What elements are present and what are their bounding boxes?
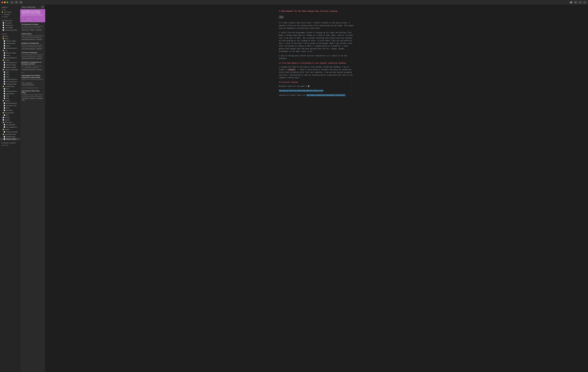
sidebar-label-outside-articles-2: Outside Article Exposés [6, 90, 19, 92]
sidebar-item-outside-articles[interactable]: 📄 Outside Article Exposes [0, 78, 20, 80]
audio-button[interactable]: 🔊 [574, 1, 578, 4]
sidebar-item-tiffany-blog-group[interactable]: 📁 Tiffany R. White Blog [0, 69, 20, 71]
add-folder-button[interactable]: Add Folder... [0, 144, 20, 147]
search-button[interactable]: 🔍 [15, 1, 18, 4]
sidebar-item-publish[interactable]: 📁 Publish [0, 59, 20, 61]
sidebar-toggle-button[interactable]: ⊟ [10, 1, 14, 4]
editor-img-line: IMG 2 [279, 15, 355, 20]
note-item-6[interactable]: Newsletter: The Importance of Knowing Yo… [20, 60, 45, 72]
note-title-3: Critical Linking [21, 33, 44, 35]
compose-button[interactable]: ✏️ [19, 1, 23, 4]
sidebar-item-2016-1[interactable]: 📄 2016 [0, 76, 20, 78]
sidebar-item-book-notes[interactable]: 📁 Book Notes [0, 121, 20, 123]
minimize-button[interactable] [4, 1, 6, 3]
tag-2016-8: 2016 [21, 100, 25, 101]
tag-mailchimp-4: mailchimp [36, 48, 42, 50]
sidebar-item-all[interactable]: ☰ All [0, 9, 20, 11]
sidebar-item-inbox[interactable]: 📥 Inbox [0, 35, 20, 37]
sidebar-item-that-mac-nerd-nd[interactable]: 📄 That Mac Nerd [0, 135, 20, 138]
fullscreen-button[interactable] [7, 1, 8, 3]
sidebar-item-fcc-2[interactable]: 📄 freeCodeCamp Publica... [0, 57, 20, 59]
sidebar-item-scripts[interactable]: 📁 Scripts [0, 128, 20, 131]
sidebar-item-first-steps[interactable]: 📄 First Steps [0, 22, 20, 24]
sidebar-item-you-branding[interactable]: 📄 YOU Branding [0, 123, 20, 126]
sidebar-item-fcc-med[interactable]: 📄 freeCodeCamp Publica... [0, 102, 20, 104]
sidebar-item-quotes[interactable]: 📄 Quotes [0, 119, 20, 121]
line-num-h2from: 6 [351, 62, 352, 64]
sidebar-item-2017-2[interactable]: 📄 2017 [0, 88, 20, 90]
note-tags-6: code newbie in pittsburgh mailchimp [21, 69, 44, 70]
sidebar-item-edit[interactable]: 📁 Edit [0, 49, 20, 52]
editor[interactable]: # Code Newbie? On The Name Change Plus C… [45, 5, 588, 372]
note-item-4[interactable]: Reading. It's Fundamental. (img) How man… [20, 41, 45, 51]
sidebar-item-newsletter-drafts[interactable]: 📁 Newsletter Drafts [0, 133, 20, 135]
outside-articles-icon: 📄 [3, 78, 5, 80]
sidebar-item-outside-articles-2[interactable]: 📄 Outside Article Exposés [0, 90, 20, 92]
sidebar-item-fcc-1[interactable]: 📄 freeCodeCamp Publica... [0, 47, 20, 49]
editor-h2-from: ## From Code Newbie in Pittsburgh to Jus… [279, 62, 346, 64]
sidebar-item-medium[interactable]: 📁 Medium [0, 100, 20, 102]
sidebar-label-2015-1: 2015 [6, 74, 9, 75]
sidebar-item-archive[interactable]: 📄 Archive [0, 116, 20, 119]
newbie-code: *newbie* [287, 69, 296, 71]
sidebar-item-dev-to-1[interactable]: 📄 Dev.to [0, 45, 20, 47]
sidebar-item-complete-software[interactable]: 📄 The Complete Softwar... [0, 126, 20, 128]
sidebar-item-2016-2[interactable]: 📄 2016 [0, 95, 20, 97]
sidebar-item-trash[interactable]: 🗑 Trash [0, 16, 20, 18]
sidebar-item-tiffany-blog-2[interactable]: 📄 Tiffany R. White Blog [0, 52, 20, 54]
sidebar-item-that-mac-nerd-1[interactable]: 📄 That Mac Nerd [0, 42, 20, 45]
sidebar-item-2015-1[interactable]: 📄 2015 [0, 73, 20, 76]
note-item-2[interactable]: The Importance of Breaks This letter is … [20, 22, 45, 32]
close-button[interactable] [1, 1, 3, 3]
sidebar-item-finer-details[interactable]: 📄 Finer Details [0, 26, 20, 29]
sidebar-item-that-mac-nerd-pub[interactable]: 📄 Tiffany R. White Blog [0, 64, 20, 66]
note-preview-1: (img) It's been a while! Busy with class… [21, 14, 44, 17]
share-button[interactable]: 📋 [569, 1, 573, 4]
note-item-7[interactable]: Code Newbie? On The Name Change Plus Cri… [20, 74, 45, 87]
sidebar-item-2017-3[interactable]: 📄 2017 [0, 114, 20, 116]
sidebar-item-dev-to-2[interactable]: 📄 Dev.to [0, 54, 20, 57]
sidebar-item-app-reviews[interactable]: 📄 App Reviews [0, 92, 20, 95]
editor-paragraph-3: I plan on having more content and more n… [279, 55, 355, 60]
emoji-placeholder: ⊞ █ [306, 85, 309, 87]
sidebar-item-favorites[interactable]: ★ Favorites [0, 13, 20, 16]
sidebar-item-2016-3[interactable]: 📄 2016 [0, 107, 20, 109]
sidebar-item-dev-to-articles[interactable]: 📁 Dev.to Articles [0, 111, 20, 114]
sidebar-item-that-mac-nerd-group[interactable]: 📁 That Mac Nerd [0, 85, 20, 88]
editor-p2: I suffer from the programmer cliche of s… [279, 31, 355, 53]
sidebar-item-non-fiction[interactable]: 📄 Non-fiction [0, 109, 20, 111]
sidebar-item-ideas[interactable]: 📁 Ideas [0, 37, 20, 40]
sidebar-label-free-code-posts: Free Code Camp Posts [6, 81, 19, 82]
treehouse-posts-icon: 📄 [3, 83, 5, 85]
note-list-compose-button[interactable]: ✏ [41, 6, 44, 9]
sidebar-item-last7[interactable]: ⭐ Last 7 Days [0, 11, 20, 13]
sidebar-item-treehouse-posts[interactable]: 📄 Treehouse Posts [0, 83, 20, 85]
note-item-5[interactable]: The Power of Saying No As a new develope… [20, 51, 45, 60]
note-item-1[interactable]: Code Newbie? On The Name Change Plus Cri… [20, 9, 45, 22]
edit-mode-button[interactable]: ✏ [583, 1, 587, 4]
line-num-link2: 11 [350, 94, 352, 96]
note-preview-8: Hi, FNAME. It's been a while! I've been … [21, 94, 44, 97]
note-tags-7: 2017 newsletters just another javascript… [21, 82, 44, 86]
sidebar-item-fcc-pub[interactable]: 📄 freeCodeCamp Publica... [0, 61, 20, 64]
sidebar-item-markdown-xl[interactable]: 📄 Markdown XL [0, 24, 20, 26]
sidebar-item-tiffany-blog-nd[interactable]: 📄 Tiffany R. White Blog [0, 138, 20, 140]
link1[interactable]: Working on the Free Code Camp Weather Ap… [279, 90, 324, 92]
sidebar-item-screencast-scripts[interactable]: 📄 Screencast Scripts [0, 131, 20, 133]
sidebar-item-2015-2[interactable]: 📄 2015 [0, 97, 20, 100]
sidebar-item-tiffany-blog-pub[interactable]: 📄 Tiffany R. White Blog [0, 66, 20, 69]
share-icon: 📋 [570, 1, 572, 3]
format-button[interactable]: A [578, 1, 582, 4]
editor-link2-para: Looking for books? Check out The Savvy J… [279, 94, 355, 97]
sidebar-item-tiffany-blog-1[interactable]: 📄 Tiffany R. White Blog [0, 40, 20, 42]
note-item-3[interactable]: Critical Linking (img) This newsletter i… [20, 32, 45, 41]
sidebar-item-free-code-posts[interactable]: 📄 Free Code Camp Posts [0, 80, 20, 83]
sidebar-item-shortcuts[interactable]: 📄 Shortcuts and Other Tips [0, 29, 20, 31]
sidebar-item-2017-1[interactable]: 📄 2017 [0, 71, 20, 73]
tag-newsletters-7: newsletters [26, 82, 33, 84]
sidebar-item-100-days[interactable]: 📄 100 Days of Code Publi... [0, 104, 20, 107]
note-item-8[interactable]: Improvement Is Slow. Keep Going. Hi, FNA… [20, 89, 45, 102]
you-branding-icon: 📄 [3, 124, 5, 125]
link2[interactable]: The Savvy JavaScript Developer's Bookshe… [306, 94, 345, 96]
note-preview-5: As a new developer, I have a hard time t… [21, 54, 44, 57]
